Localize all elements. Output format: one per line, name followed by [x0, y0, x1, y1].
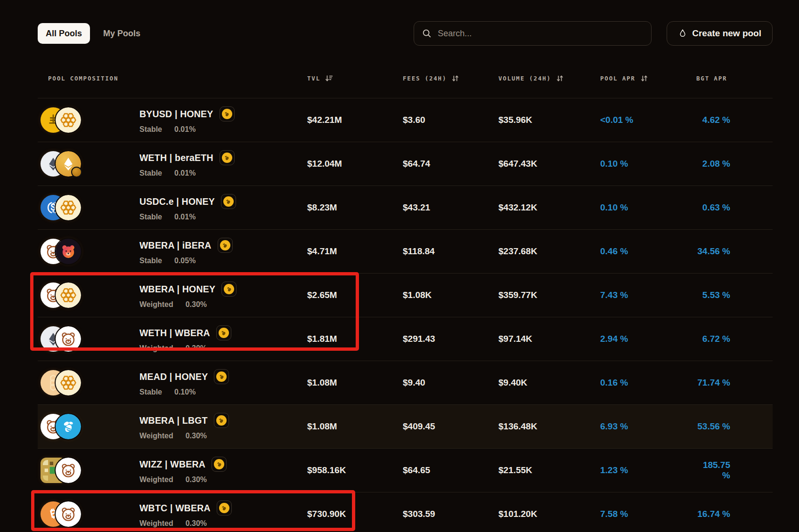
- ibera-token-icon: [56, 239, 81, 264]
- pool-type: Weighted: [139, 519, 173, 528]
- pool-composition-cell: WETH | WBERA Weighted 0.30%: [38, 325, 307, 353]
- pair-icons: [41, 414, 139, 439]
- sort-toggle-icon: [451, 74, 459, 82]
- pool-tvl: $958.16K: [307, 465, 403, 476]
- pool-fees-24h: $64.74: [403, 159, 498, 169]
- pool-pair-name: WIZZ | WBERA: [139, 459, 205, 470]
- pair-icons: [41, 107, 139, 133]
- search-box: [414, 21, 652, 46]
- pool-fee: 0.30%: [186, 344, 207, 353]
- pool-tvl: $730.90K: [307, 509, 403, 519]
- table-row[interactable]: WETH | WBERA Weighted 0.30% $1.81M $291.…: [38, 317, 773, 361]
- pool-bgt-apr-value: 2.08 %: [696, 159, 773, 169]
- pool-pair-name: WETH | beraETH: [139, 153, 213, 163]
- pool-volume-24h: $359.77K: [498, 290, 600, 300]
- bee-coin-badge-icon: [214, 413, 229, 428]
- pool-bgt-apr-value: 185.75 %: [696, 460, 773, 481]
- create-new-pool-button[interactable]: Create new pool: [667, 21, 773, 46]
- table-row[interactable]: WETH | beraETH Stable 0.01% $12.04M $64.…: [38, 142, 773, 185]
- table-row[interactable]: BYUSD | HONEY Stable 0.01% $42.21M $3.60…: [38, 98, 773, 142]
- wbera-token-icon: [56, 326, 81, 352]
- pool-tvl: $1.81M: [307, 334, 403, 344]
- pool-fee: 0.30%: [186, 300, 207, 309]
- search-icon: [422, 28, 432, 39]
- pool-bgt-apr-value: 16.74 %: [696, 509, 773, 519]
- bee-coin-badge-icon: [217, 500, 232, 516]
- header-label: FEES (24H): [403, 75, 447, 82]
- pool-volume-24h: $9.40K: [498, 378, 600, 388]
- pool-type: Stable: [139, 213, 162, 221]
- pool-type: Weighted: [139, 476, 173, 484]
- pair-text: WETH | WBERA Weighted 0.30%: [139, 325, 231, 353]
- pool-bgt-apr-value: 34.56 %: [696, 246, 773, 257]
- pool-volume-24h: $647.43K: [498, 159, 600, 169]
- pool-pair-name: WBERA | HONEY: [139, 284, 215, 295]
- pool-pair-name: WBTC | WBERA: [139, 503, 211, 514]
- column-header-fees-24h[interactable]: FEES (24H): [403, 74, 498, 82]
- pool-bgt-apr-value: 53.56 %: [696, 421, 773, 432]
- pools-page: All Pools My Pools Create new pool POOL …: [0, 0, 799, 532]
- column-header-pool-apr[interactable]: POOL APR: [600, 74, 696, 82]
- tab-all-pools[interactable]: All Pools: [38, 23, 90, 44]
- pool-composition-cell: WBERA | HONEY Weighted 0.30%: [38, 282, 307, 309]
- column-header-tvl[interactable]: TVL: [307, 74, 403, 82]
- table-row[interactable]: WBTC | WBERA Weighted 0.30% $730.90K $30…: [38, 492, 773, 532]
- pool-fee: 0.01%: [174, 125, 196, 134]
- pool-composition-cell: WETH | beraETH Stable 0.01%: [38, 150, 307, 177]
- sort-toggle-icon: [640, 74, 648, 82]
- pool-composition-cell: BYUSD | HONEY Stable 0.01%: [38, 106, 307, 134]
- pool-apr-value: 6.93 %: [600, 421, 696, 432]
- pool-composition-cell: MEAD | HONEY Stable 0.10%: [38, 369, 307, 396]
- pool-apr-value: 7.43 %: [600, 290, 696, 300]
- pool-fee: 0.01%: [174, 169, 196, 177]
- pair-text: MEAD | HONEY Stable 0.10%: [139, 369, 229, 396]
- bee-coin-badge-icon: [220, 150, 235, 165]
- pool-apr-value: 0.10 %: [600, 159, 696, 169]
- pool-composition-cell: WBERA | iBERA Stable 0.05%: [38, 238, 307, 265]
- column-header-volume-24h[interactable]: VOLUME (24H): [498, 74, 600, 82]
- pool-pair-name: WETH | WBERA: [139, 328, 210, 339]
- pool-fees-24h: $303.59: [403, 509, 498, 519]
- bera-mini-badge-icon: [71, 167, 82, 177]
- pool-pair-name: BYUSD | HONEY: [139, 109, 213, 120]
- bee-coin-badge-icon: [221, 194, 236, 209]
- pool-fee: 0.10%: [174, 388, 196, 396]
- tab-my-pools[interactable]: My Pools: [100, 23, 143, 44]
- pool-fee: 0.30%: [186, 432, 207, 440]
- honey-token-icon: [56, 282, 81, 308]
- pair-icons: [41, 501, 139, 527]
- table-row[interactable]: WBERA | iBERA Stable 0.05% $4.71M $118.8…: [38, 229, 773, 273]
- table-row[interactable]: USDC.e | HONEY Stable 0.01% $8.23M $43.2…: [38, 185, 773, 229]
- pool-volume-24h: $237.68K: [498, 246, 600, 257]
- pair-text: WBTC | WBERA Weighted 0.30%: [139, 500, 232, 528]
- honey-token-icon: [56, 370, 81, 395]
- pool-pair-name: MEAD | HONEY: [139, 371, 208, 382]
- pool-tvl: $1.08M: [307, 421, 403, 432]
- pair-text: USDC.e | HONEY Stable 0.01%: [139, 194, 236, 221]
- bee-coin-badge-icon: [214, 369, 229, 384]
- honey-token-icon: [56, 107, 81, 133]
- header-label: TVL: [307, 75, 320, 82]
- search-input[interactable]: [414, 21, 652, 46]
- pool-apr-value: <0.01 %: [600, 115, 696, 125]
- top-bar: All Pools My Pools Create new pool: [38, 21, 773, 46]
- sort-descending-icon: [325, 74, 333, 82]
- header-label: POOL COMPOSITION: [48, 75, 118, 82]
- header-label: VOLUME (24H): [498, 75, 551, 82]
- pool-bgt-apr-value: 71.74 %: [696, 378, 773, 388]
- pool-volume-24h: $136.48K: [498, 421, 600, 432]
- pool-bgt-apr-value: 5.53 %: [696, 290, 773, 300]
- pool-bgt-apr-value: 4.62 %: [696, 115, 773, 125]
- table-row[interactable]: WIZZ | WBERA Weighted 0.30% $958.16K $64…: [38, 448, 773, 492]
- pool-type: Stable: [139, 125, 162, 134]
- pool-composition-cell: WBERA | LBGT Weighted 0.30%: [38, 413, 307, 440]
- pair-icons: [41, 151, 139, 177]
- pair-text: WIZZ | WBERA Weighted 0.30%: [139, 457, 227, 484]
- pair-icons: [41, 239, 139, 264]
- pool-fees-24h: $1.08K: [403, 290, 498, 300]
- pool-apr-value: 1.23 %: [600, 465, 696, 476]
- table-row[interactable]: WBERA | HONEY Weighted 0.30% $2.65M $1.0…: [38, 273, 773, 317]
- pool-type: Weighted: [139, 300, 173, 309]
- table-row[interactable]: MEAD | HONEY Stable 0.10% $1.08M $9.40 $…: [38, 361, 773, 404]
- table-row[interactable]: WBERA | LBGT Weighted 0.30% $1.08M $409.…: [38, 404, 773, 448]
